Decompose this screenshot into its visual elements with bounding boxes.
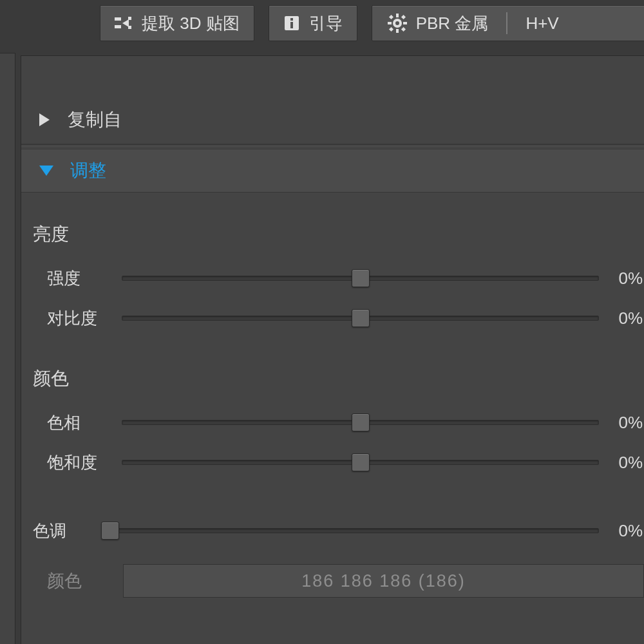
extract-icon — [115, 15, 133, 31]
slider-hue-row: 色相 0% — [33, 402, 644, 442]
section-adjust[interactable]: 调整 — [21, 149, 644, 193]
extract-3d-label: 提取 3D 贴图 — [142, 12, 240, 35]
top-toolbar: 提取 3D 贴图 引导 — [0, 0, 644, 48]
left-sidebar-stub — [0, 53, 15, 644]
chevron-right-icon — [39, 113, 50, 126]
slider-contrast-row: 对比度 0% — [33, 298, 644, 338]
contrast-slider[interactable] — [122, 308, 599, 328]
hue-label: 色相 — [33, 412, 122, 434]
group-color: 颜色 — [33, 366, 644, 391]
svg-rect-13 — [389, 15, 393, 19]
section-adjust-label: 调整 — [70, 158, 106, 183]
color-field[interactable]: 186 186 186 (186) — [123, 564, 644, 598]
svg-rect-12 — [403, 22, 407, 24]
svg-rect-0 — [115, 17, 121, 21]
svg-rect-11 — [388, 22, 392, 24]
guide-label: 引导 — [309, 12, 343, 35]
color-field-label: 颜色 — [33, 569, 123, 592]
intensity-thumb[interactable] — [352, 269, 370, 287]
saturation-thumb[interactable] — [352, 453, 370, 471]
hue-value[interactable]: 0% — [599, 413, 644, 433]
group-brightness: 亮度 — [33, 222, 644, 247]
intensity-slider[interactable] — [122, 269, 599, 288]
toolbar-divider — [506, 12, 507, 34]
svg-rect-3 — [128, 17, 131, 20]
svg-rect-4 — [128, 26, 131, 29]
slider-saturation-row: 饱和度 0% — [33, 442, 644, 482]
intensity-label: 强度 — [33, 267, 122, 290]
svg-point-8 — [394, 20, 401, 26]
section-copy-from[interactable]: 复制自 — [21, 100, 644, 140]
contrast-value[interactable]: 0% — [599, 308, 644, 328]
slider-intensity-row: 强度 0% — [33, 258, 644, 298]
properties-panel: 复制自 调整 亮度 强度 0% 对比度 0% 颜色 色相 — [21, 55, 644, 644]
svg-rect-15 — [389, 27, 393, 32]
tint-label: 色调 — [33, 520, 101, 542]
info-icon — [283, 15, 300, 32]
extract-3d-button[interactable]: 提取 3D 贴图 — [100, 5, 254, 41]
gear-icon — [388, 14, 407, 33]
tint-thumb[interactable] — [101, 522, 119, 540]
saturation-value[interactable]: 0% — [599, 453, 644, 473]
svg-rect-10 — [396, 29, 399, 33]
adjust-content: 亮度 强度 0% 对比度 0% 颜色 色相 0% — [21, 193, 644, 600]
svg-rect-6 — [290, 18, 293, 21]
saturation-label: 饱和度 — [33, 451, 122, 474]
guide-button[interactable]: 引导 — [269, 5, 357, 41]
saturation-slider[interactable] — [122, 453, 599, 472]
svg-rect-14 — [401, 15, 406, 19]
svg-rect-1 — [115, 25, 121, 28]
contrast-thumb[interactable] — [352, 309, 370, 327]
contrast-label: 对比度 — [33, 307, 122, 330]
section-copy-from-label: 复制自 — [68, 108, 122, 132]
tint-slider[interactable] — [101, 521, 599, 540]
svg-rect-7 — [290, 22, 293, 28]
slider-tint-row: 色调 0% — [33, 511, 644, 551]
tint-value[interactable]: 0% — [599, 521, 644, 541]
section-divider — [21, 144, 644, 146]
pbr-label: PBR 金属 — [416, 12, 489, 35]
hue-slider[interactable] — [122, 413, 599, 432]
color-field-value: 186 186 186 (186) — [301, 571, 466, 591]
chevron-down-icon — [39, 166, 53, 176]
svg-rect-9 — [396, 14, 399, 17]
svg-marker-2 — [122, 19, 129, 27]
svg-rect-16 — [401, 27, 406, 32]
hv-label: H+V — [526, 14, 558, 33]
intensity-value[interactable]: 0% — [599, 269, 644, 289]
hue-thumb[interactable] — [352, 413, 370, 431]
pbr-mode-button[interactable]: PBR 金属 H+V — [372, 5, 644, 41]
color-field-row: 颜色 186 186 186 (186) — [33, 562, 644, 600]
